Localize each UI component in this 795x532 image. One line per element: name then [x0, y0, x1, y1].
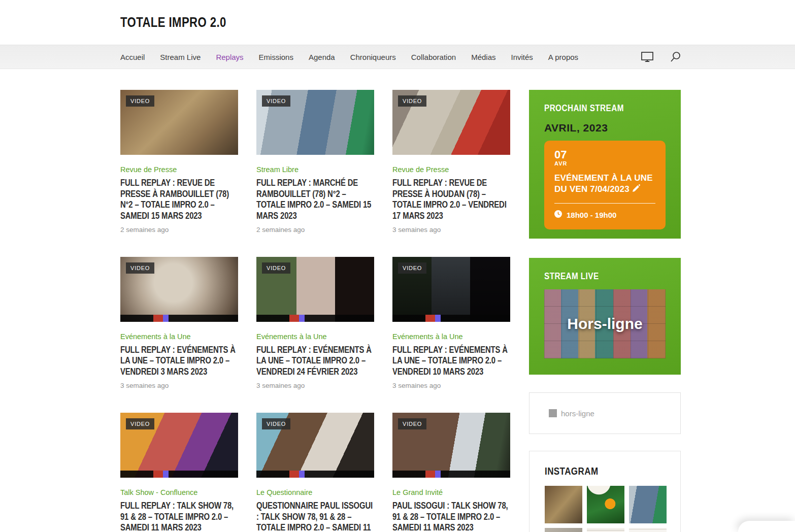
video-thumbnail[interactable]: VIDEO [120, 413, 238, 478]
event-day: 07 [554, 149, 655, 160]
category-link[interactable]: Stream Libre [256, 165, 374, 174]
instagram-widget: INSTAGRAM [529, 451, 681, 532]
replay-title[interactable]: QUESTIONNAIRE PAUL ISSOGUI : TALK SHOW 7… [256, 501, 374, 532]
category-link[interactable]: Revue de Presse [120, 165, 238, 174]
video-badge: VIDEO [126, 262, 154, 274]
replay-card: VIDEO Revue de Presse FULL REPLAY : REVU… [392, 90, 510, 234]
event-card[interactable]: 07 AVR EVÉNEMENT À LA UNE DU VEN 7/04/20… [544, 141, 666, 229]
video-thumbnail[interactable]: VIDEO [256, 257, 374, 322]
replay-title[interactable]: FULL REPLAY : REVUE DE PRESSE À RAMBOUIL… [120, 178, 238, 221]
nav-item[interactable]: Stream Live [160, 53, 201, 61]
nav-list: Accueil Stream Live Replays Emissions Ag… [120, 53, 578, 61]
nav-item[interactable]: Accueil [120, 53, 145, 61]
instagram-thumbnail[interactable] [545, 486, 582, 523]
nav-item[interactable]: Emissions [259, 53, 293, 61]
event-title[interactable]: EVÉNEMENT À LA UNE DU VEN 7/04/2023 [554, 173, 655, 196]
replay-card: VIDEO Evénements à la Une FULL REPLAY : … [392, 257, 510, 390]
video-thumbnail[interactable]: VIDEO [392, 257, 510, 322]
prochain-stream-widget: PROCHAIN STREAM AVRIL, 2023 07 AVR EVÉNE… [529, 90, 681, 239]
replay-card: VIDEO Talk Show - Confluence FULL REPLAY… [120, 413, 238, 532]
nav-item[interactable]: A propos [548, 53, 578, 61]
instagram-thumbnail[interactable] [629, 486, 667, 523]
square-icon [549, 409, 557, 417]
video-badge: VIDEO [126, 95, 154, 107]
site-title[interactable]: TOTALE IMPRO 2.0 [120, 15, 226, 30]
replay-card: VIDEO Le Grand Invité PAUL ISSOGUI : TAL… [392, 413, 510, 532]
sidebar: PROCHAIN STREAM AVRIL, 2023 07 AVR EVÉNE… [529, 90, 681, 532]
instagram-grid [545, 486, 665, 532]
stream-live-widget: STREAM LIVE Hors-ligne [529, 258, 681, 375]
instagram-thumbnail[interactable] [587, 528, 624, 532]
nav-item[interactable]: Collaboration [411, 53, 456, 61]
video-badge: VIDEO [262, 95, 290, 107]
monitor-icon[interactable] [641, 51, 654, 63]
video-badge: VIDEO [398, 418, 426, 429]
category-link[interactable]: Evénements à la Une [120, 332, 238, 341]
replay-title[interactable]: FULL REPLAY : TALK SHOW 78, 91 & 28 – TO… [120, 501, 238, 532]
replay-card: VIDEO Evénements à la Une FULL REPLAY : … [256, 257, 374, 390]
event-divider [554, 203, 655, 204]
stream-live-heading: STREAM LIVE [544, 271, 599, 282]
category-link[interactable]: Le Grand Invité [392, 488, 510, 496]
video-thumbnail[interactable]: VIDEO [392, 90, 510, 155]
nav-item[interactable]: Replays [216, 53, 243, 61]
replay-title[interactable]: FULL REPLAY : EVÉNEMENTS À LA UNE – TOTA… [120, 345, 238, 378]
video-badge: VIDEO [126, 418, 154, 429]
offline-legend: hors-ligne [529, 392, 681, 434]
timestamp: 2 semaines ago [256, 226, 374, 234]
replay-title[interactable]: PAUL ISSOGUI : TALK SHOW 78, 91 & 28 – T… [392, 501, 510, 532]
replay-title[interactable]: FULL REPLAY : REVUE DE PRESSE À HOUDAN (… [392, 178, 510, 221]
offline-legend-label: hors-ligne [561, 409, 594, 418]
video-badge: VIDEO [398, 95, 426, 107]
timestamp: 2 semaines ago [120, 226, 238, 234]
replay-card: VIDEO Evénements à la Une FULL REPLAY : … [120, 257, 238, 390]
video-thumbnail[interactable]: VIDEO [120, 257, 238, 322]
nav-item[interactable]: Chroniqueurs [350, 53, 396, 61]
video-badge: VIDEO [262, 418, 290, 429]
instagram-heading: INSTAGRAM [545, 466, 599, 477]
category-link[interactable]: Evénements à la Une [256, 332, 374, 341]
video-thumbnail[interactable]: VIDEO [256, 413, 374, 478]
instagram-thumbnail[interactable] [545, 528, 582, 532]
replay-title[interactable]: FULL REPLAY : MARCHÉ DE RAMBOUILLET (78)… [256, 178, 374, 221]
video-thumbnail[interactable]: VIDEO [120, 90, 238, 155]
video-thumbnail[interactable]: VIDEO [256, 90, 374, 155]
search-icon[interactable] [670, 51, 681, 62]
nav-item[interactable]: Invités [511, 53, 533, 61]
timestamp: 3 semaines ago [392, 382, 510, 389]
category-link[interactable]: Revue de Presse [392, 165, 510, 174]
chat-widget-stub[interactable] [738, 521, 795, 532]
clock-icon [554, 210, 562, 219]
instagram-thumbnail[interactable] [587, 486, 624, 523]
pencil-icon[interactable] [632, 184, 640, 196]
main-content: VIDEO Revue de Presse FULL REPLAY : REVU… [120, 90, 681, 532]
prochain-stream-heading: PROCHAIN STREAM [544, 103, 624, 114]
main-navbar: Accueil Stream Live Replays Emissions Ag… [0, 45, 795, 69]
video-badge: VIDEO [398, 262, 426, 274]
site-header: TOTALE IMPRO 2.0 [0, 0, 795, 45]
timestamp: 3 semaines ago [392, 226, 510, 234]
category-link[interactable]: Evénements à la Une [392, 332, 510, 341]
video-badge: VIDEO [262, 262, 290, 274]
calendar-month: AVRIL, 2023 [544, 122, 666, 134]
replay-title[interactable]: FULL REPLAY : EVÉNEMENTS À LA UNE – TOTA… [256, 345, 374, 378]
video-thumbnail[interactable]: VIDEO [392, 413, 510, 478]
stream-offline-image[interactable]: Hors-ligne [544, 289, 666, 358]
instagram-thumbnail[interactable] [629, 528, 667, 532]
event-month-abbr: AVR [554, 160, 655, 167]
replay-card: VIDEO Stream Libre FULL REPLAY : MARCHÉ … [256, 90, 374, 234]
category-link[interactable]: Talk Show - Confluence [120, 488, 238, 496]
replay-title[interactable]: FULL REPLAY : EVÉNEMENTS À LA UNE – TOTA… [392, 345, 510, 378]
replay-card: VIDEO Revue de Presse FULL REPLAY : REVU… [120, 90, 238, 234]
category-link[interactable]: Le Questionnaire [256, 488, 374, 496]
nav-item[interactable]: Médias [471, 53, 495, 61]
replays-grid: VIDEO Revue de Presse FULL REPLAY : REVU… [120, 90, 510, 532]
replay-card: VIDEO Le Questionnaire QUESTIONNAIRE PAU… [256, 413, 374, 532]
timestamp: 3 semaines ago [120, 382, 238, 389]
nav-item[interactable]: Agenda [309, 53, 335, 61]
timestamp: 3 semaines ago [256, 382, 374, 389]
event-time: 18h00 - 19h00 [554, 210, 655, 219]
offline-status: Hors-ligne [567, 315, 642, 332]
